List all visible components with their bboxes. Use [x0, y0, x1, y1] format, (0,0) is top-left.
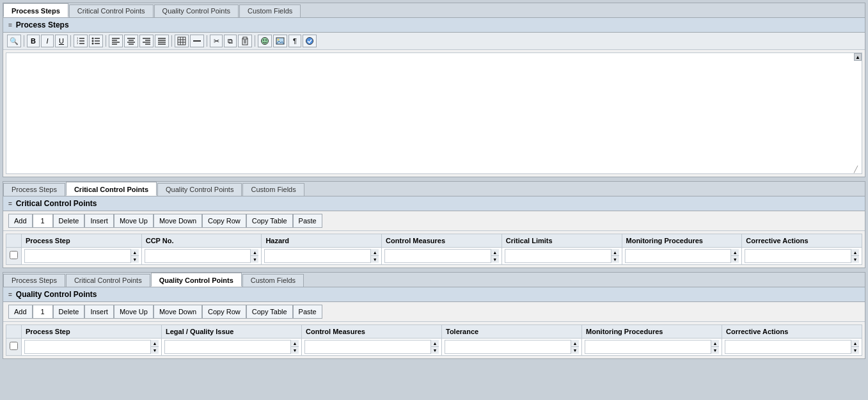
tab-custom-fields-3[interactable]: Custom Fields [242, 274, 304, 287]
qcp-spin-up-process-step[interactable]: ▲ [151, 340, 159, 347]
qcp-spin-up-legal-quality[interactable]: ▲ [291, 340, 299, 347]
tab-quality-control-2[interactable]: Quality Control Points [157, 183, 242, 196]
svg-rect-28 [178, 37, 185, 45]
toolbar-cut-btn[interactable]: ✂ [210, 35, 223, 47]
toolbar-paragraph-btn[interactable]: ¶ [288, 35, 301, 47]
svg-rect-35 [243, 37, 247, 39]
ccp-row-checkbox[interactable] [10, 251, 18, 259]
tab-critical-control-1[interactable]: Critical Control Points [69, 4, 154, 17]
toolbar-image-btn[interactable] [273, 35, 287, 47]
qcp-move-up-btn[interactable]: Move Up [114, 305, 154, 319]
qcp-copy-table-btn[interactable]: Copy Table [246, 305, 293, 319]
ccp-row-count[interactable] [33, 214, 53, 228]
ccp-copy-row-btn[interactable]: Copy Row [202, 214, 246, 228]
ccp-spin-down-critical-limits[interactable]: ▼ [612, 256, 619, 263]
ccp-input-process-step[interactable] [25, 250, 130, 262]
qcp-row-checkbox[interactable] [10, 342, 18, 350]
qcp-spin-down-tolerance[interactable]: ▼ [571, 347, 579, 354]
qcp-move-down-btn[interactable]: Move Down [154, 305, 202, 319]
qcp-input-legal-quality[interactable] [165, 340, 290, 353]
ccp-spin-down-ccp-no[interactable]: ▼ [251, 256, 258, 263]
tab-process-steps-1[interactable]: Process Steps [3, 3, 68, 17]
qcp-cell-control-measures: ▲ ▼ [302, 339, 442, 356]
toolbar-align-left-btn[interactable] [109, 35, 123, 47]
toolbar-underline-btn[interactable]: U [55, 35, 68, 47]
toolbar-align-center-btn[interactable] [124, 35, 138, 47]
qcp-input-corrective-actions[interactable] [725, 340, 851, 353]
ccp-spin-down-monitoring-proc[interactable]: ▼ [731, 256, 739, 263]
ccp-spin-up-control-measures[interactable]: ▲ [491, 249, 499, 256]
qcp-paste-btn[interactable]: Paste [293, 305, 322, 319]
ccp-spin-up-monitoring-proc[interactable]: ▲ [731, 249, 739, 256]
ccp-copy-table-btn[interactable]: Copy Table [246, 214, 293, 228]
toolbar-sep-1 [24, 35, 24, 47]
tab-critical-control-2[interactable]: Critical Control Points [66, 182, 157, 196]
qcp-spin-down-legal-quality[interactable]: ▼ [291, 347, 299, 354]
ccp-spin-down-control-measures[interactable]: ▼ [491, 256, 499, 263]
qcp-cell-monitoring-proc-wrapper: ▲ ▼ [585, 340, 719, 354]
toolbar-spellcheck-btn[interactable] [303, 35, 317, 47]
ccp-move-up-btn[interactable]: Move Up [114, 214, 154, 228]
ccp-input-corrective-actions[interactable] [745, 250, 851, 262]
tab-custom-fields-2[interactable]: Custom Fields [242, 183, 304, 196]
qcp-spin-up-control-measures[interactable]: ▲ [431, 340, 439, 347]
resize-handle[interactable]: ╱ [854, 166, 860, 172]
ccp-add-btn[interactable]: Add [8, 214, 33, 228]
qcp-input-tolerance[interactable] [445, 340, 571, 353]
ccp-input-control-measures[interactable] [385, 250, 491, 262]
qcp-add-btn[interactable]: Add [8, 305, 33, 319]
svg-point-43 [278, 39, 280, 41]
ccp-spin-up-hazard[interactable]: ▲ [371, 249, 379, 256]
toolbar-ol-btn[interactable]: 123 [74, 35, 88, 47]
qcp-input-process-step[interactable] [25, 340, 150, 353]
tab-quality-control-1[interactable]: Quality Control Points [154, 4, 239, 17]
ccp-spin-down-process-step[interactable]: ▼ [131, 256, 139, 263]
ccp-move-down-btn[interactable]: Move Down [154, 214, 202, 228]
editor-area[interactable]: ▲ ╱ [6, 52, 862, 174]
ccp-spin-up-process-step[interactable]: ▲ [131, 249, 139, 256]
ccp-delete-btn[interactable]: Delete [53, 214, 85, 228]
qcp-cell-corrective-actions-wrapper: ▲ ▼ [725, 340, 859, 354]
toolbar-hr-btn[interactable] [190, 35, 204, 47]
toolbar-emoticon-btn[interactable] [258, 35, 272, 47]
qcp-spin-up-monitoring-proc[interactable]: ▲ [711, 340, 719, 347]
qcp-spin-up-corrective-actions[interactable]: ▲ [851, 340, 859, 347]
toolbar-paste-icon-btn[interactable] [238, 35, 252, 47]
scrollbar-up-arrow[interactable]: ▲ [854, 53, 862, 61]
qcp-spin-down-process-step[interactable]: ▼ [151, 347, 159, 354]
ccp-input-monitoring-proc[interactable] [626, 250, 731, 262]
ccp-input-ccp-no[interactable] [145, 250, 251, 262]
toolbar-italic-btn[interactable]: I [41, 35, 54, 47]
ccp-input-hazard[interactable] [265, 250, 370, 262]
qcp-spin-down-monitoring-proc[interactable]: ▼ [711, 347, 719, 354]
toolbar-align-right-btn[interactable] [139, 35, 154, 47]
qcp-spin-down-corrective-actions[interactable]: ▼ [851, 347, 859, 354]
ccp-spin-down-hazard[interactable]: ▼ [371, 256, 379, 263]
tab-critical-control-3[interactable]: Critical Control Points [66, 274, 150, 287]
qcp-row-count[interactable] [33, 305, 53, 319]
qcp-spin-up-tolerance[interactable]: ▲ [571, 340, 579, 347]
ccp-spin-up-critical-limits[interactable]: ▲ [612, 249, 619, 256]
ccp-paste-btn[interactable]: Paste [293, 214, 322, 228]
ccp-input-critical-limits[interactable] [505, 250, 611, 262]
qcp-copy-row-btn[interactable]: Copy Row [202, 305, 246, 319]
ccp-insert-btn[interactable]: Insert [84, 214, 114, 228]
ccp-spin-down-corrective-actions[interactable]: ▼ [851, 256, 859, 263]
tab-process-steps-3[interactable]: Process Steps [3, 274, 65, 287]
toolbar-search-btn[interactable]: 🔍 [7, 35, 21, 47]
qcp-delete-btn[interactable]: Delete [53, 305, 85, 319]
tab-process-steps-2[interactable]: Process Steps [3, 183, 65, 196]
toolbar-table-btn[interactable] [175, 35, 189, 47]
qcp-input-monitoring-proc[interactable] [585, 340, 711, 353]
qcp-insert-btn[interactable]: Insert [84, 305, 114, 319]
toolbar-bold-btn[interactable]: B [27, 35, 40, 47]
ccp-spin-up-corrective-actions[interactable]: ▲ [851, 249, 859, 256]
tab-custom-fields-1[interactable]: Custom Fields [239, 4, 301, 17]
qcp-spin-down-control-measures[interactable]: ▼ [431, 347, 439, 354]
ccp-spin-up-ccp-no[interactable]: ▲ [251, 249, 258, 256]
tab-quality-control-3[interactable]: Quality Control Points [151, 273, 242, 287]
qcp-input-control-measures[interactable] [305, 340, 430, 353]
toolbar-justify-btn[interactable] [155, 35, 169, 47]
toolbar-copy-btn[interactable]: ⧉ [224, 35, 237, 47]
toolbar-ul-btn[interactable] [89, 35, 103, 47]
